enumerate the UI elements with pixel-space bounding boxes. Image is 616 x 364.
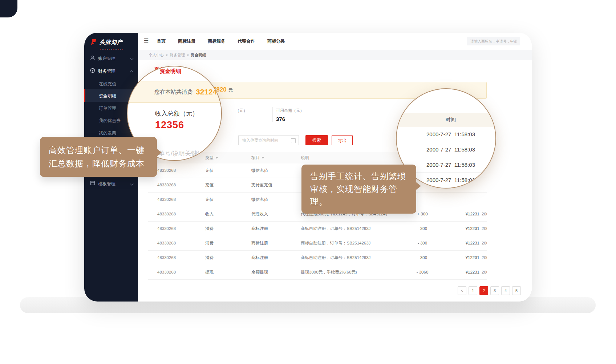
sidebar-item-label: 模板管理 [98,181,115,186]
menu-icon[interactable]: ☰ [144,37,149,44]
pagination-page-1[interactable]: 1 [469,286,477,295]
sort-caret-icon [262,157,264,159]
pagination-page-4[interactable]: 4 [501,286,510,295]
sidebar-item-templates[interactable]: 模板管理 [84,177,138,190]
date-filter-input[interactable] [238,135,299,145]
breadcrumb-item[interactable]: 财务管理 [170,53,185,57]
sidebar-item-account[interactable]: 账户管理 [84,52,138,64]
magnified-page-title: 资金明细 [159,68,181,75]
trademark-search-input[interactable] [467,37,520,45]
logo-tagline-decoration [100,49,124,50]
callout-right: 告别手工统计、告别繁琐审核，实现智能财务管理。 [301,165,416,214]
nav-item-categories[interactable]: 商标分类 [267,38,285,44]
pagination-page-3[interactable]: 3 [490,286,499,295]
pagination-prev-button[interactable]: < [458,286,466,295]
table-row: 48330268消费商标注册商标自助注册，订单号：SB2514263J- 300… [148,236,487,251]
magnified-time-header: 时间 [397,113,495,127]
nav-item-register[interactable]: 商标注册 [178,38,195,44]
breadcrumb: 个人中心>财务管理>资金明细 [138,50,532,60]
nav-item-services[interactable]: 商标服务 [208,38,225,44]
user-icon [90,53,95,58]
nav-item-home[interactable]: 首页 [157,38,166,44]
sidebar-item-finance[interactable]: 财务管理 [84,65,138,77]
sidebar-item-label: 财务管理 [98,69,115,74]
chevron-up-icon [130,70,134,74]
magnified-income-value: 12356 [155,120,184,131]
header-project[interactable]: 项目 [251,152,264,163]
calendar-icon[interactable] [291,138,296,143]
nav-menu: 首页 商标注册 商标服务 代理合作 商标分类 [157,33,285,50]
chevron-down-icon [130,57,134,60]
callout-left: 高效管理账户订单、一键汇总数据，降低财务成本 [40,137,157,177]
header-description: 说明 [301,152,309,163]
banner-unit: 元 [228,88,233,93]
magnified-time-value: 2000-7-27 11:58:03 [397,142,495,157]
finance-icon [90,65,95,70]
magnified-banner: 您在本站共消费 32124 [127,81,222,103]
sidebar-item-recharge[interactable]: 在线充值 [84,77,138,90]
breadcrumb-item[interactable]: 个人中心 [149,53,164,57]
canvas: 头牌知产 账户管理 财务管理 在线充值 资金明细 [0,0,616,364]
stats-divider [272,107,273,122]
logo[interactable]: 头牌知产 [90,39,123,46]
breadcrumb-item-current: 资金明细 [191,53,206,57]
sidebar-item-label: 账户管理 [98,56,115,61]
stat-expense: （元） [235,108,247,113]
magnified-time-value: 2000-7-27 11:58:03 [397,127,495,142]
pagination: < 1 2 3 4 5 [458,286,521,295]
table-row: 48330268消费商标注册商标自助注册，订单号：SB2514263J- 300… [148,251,487,265]
chevron-down-icon [130,182,134,186]
table-row: 48330268消费商标注册商标自助注册，订单号：SB2514263J- 300… [148,222,487,236]
nav-item-agency[interactable]: 代理合作 [238,38,255,44]
stat-balance: 可用余额（元） 376 [276,108,304,122]
template-icon [90,178,95,183]
search-button[interactable]: 搜索 [305,135,328,145]
cropped-device-corner [0,0,17,17]
brand-name: 头牌知产 [100,39,123,46]
header-type[interactable]: 类型 [205,152,218,163]
top-navbar: ☰ 首页 商标注册 商标服务 代理合作 商标分类 [138,33,532,50]
pagination-page-2-active[interactable]: 2 [479,286,488,295]
table-row: 48330268提现余额提现提现3000元，手续费2%(60元)- 3060¥1… [148,265,487,280]
export-button[interactable]: 导出 [332,135,353,145]
magnified-banner-amount: 32124 [196,88,217,96]
logo-icon [90,39,97,46]
magnified-income-label: 收入总额（元） [155,109,198,118]
pagination-page-5[interactable]: 5 [512,286,521,295]
sort-caret-icon [215,157,218,159]
